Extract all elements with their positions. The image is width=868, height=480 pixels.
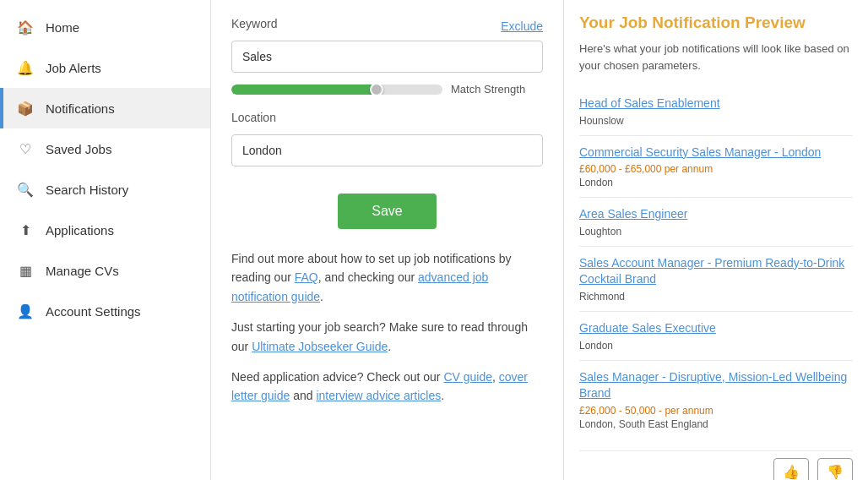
match-bar-fill — [231, 85, 383, 95]
job-location-0: Hounslow — [579, 115, 853, 127]
job-item-3: Sales Account Manager - Premium Ready-to… — [579, 247, 853, 312]
sidebar-item-saved-jobs[interactable]: ♡ Saved Jobs — [0, 128, 210, 169]
job-title-link-2[interactable]: Area Sales Engineer — [579, 206, 853, 223]
interview-articles-link[interactable]: interview advice articles — [316, 389, 441, 402]
sidebar-item-notifications[interactable]: 📦 Notifications — [0, 88, 210, 128]
job-location-3: Richmond — [579, 291, 853, 303]
sidebar-label-saved-jobs: Saved Jobs — [46, 142, 111, 156]
job-item-1: Commercial Security Sales Manager - Lond… — [579, 136, 853, 199]
notifications-icon: 📦 — [17, 100, 34, 117]
job-item-4: Graduate Sales ExecutiveLondon — [579, 312, 853, 361]
sidebar-label-manage-cvs: Manage CVs — [46, 264, 119, 278]
job-location-4: London — [579, 340, 853, 352]
sidebar: 🏠 Home 🔔 Job Alerts 📦 Notifications ♡ Sa… — [0, 0, 211, 480]
thumbs-down-button[interactable]: 👎 — [817, 458, 853, 480]
sidebar-label-account-settings: Account Settings — [46, 304, 141, 319]
job-location-1: London — [579, 177, 853, 188]
manage-cvs-icon: ▦ — [17, 262, 34, 279]
job-title-link-3[interactable]: Sales Account Manager - Premium Ready-to… — [579, 255, 853, 288]
right-panel: Your Job Notification Preview Here's wha… — [564, 0, 868, 480]
feedback-row: 👍 👎 — [579, 450, 853, 480]
job-item-0: Head of Sales EnablementHounslow — [579, 87, 853, 136]
location-input[interactable] — [231, 134, 543, 166]
sidebar-label-search-history: Search History — [46, 183, 128, 197]
preview-title: Your Job Notification Preview — [579, 14, 853, 32]
keyword-label: Keyword — [231, 17, 277, 30]
save-button[interactable]: Save — [338, 194, 436, 229]
sidebar-item-account-settings[interactable]: 👤 Account Settings — [0, 291, 210, 331]
job-location-5: London, South East England — [579, 418, 853, 430]
home-icon: 🏠 — [17, 19, 34, 35]
info-paragraph-1: Find out more about how to set up job no… — [231, 249, 543, 306]
match-strength-bar[interactable] — [231, 85, 442, 95]
advanced-guide-link[interactable]: advanced job notification guide — [231, 270, 488, 303]
sidebar-item-job-alerts[interactable]: 🔔 Job Alerts — [0, 47, 210, 88]
sidebar-item-home[interactable]: 🏠 Home — [0, 7, 210, 47]
thumbs-up-button[interactable]: 👍 — [773, 458, 809, 480]
job-salary-1: £60,000 - £65,000 per annum — [579, 163, 853, 175]
sidebar-label-notifications: Notifications — [46, 101, 115, 116]
info-paragraph-3: Need application advice? Check out our C… — [231, 368, 543, 406]
sidebar-item-manage-cvs[interactable]: ▦ Manage CVs — [0, 250, 210, 291]
exclude-link[interactable]: Exclude — [501, 19, 543, 33]
job-location-2: Loughton — [579, 226, 853, 237]
cv-guide-link[interactable]: CV guide — [443, 370, 492, 384]
jobseeker-guide-link[interactable]: Ultimate Jobseeker Guide — [252, 340, 388, 353]
job-title-link-4[interactable]: Graduate Sales Executive — [579, 320, 853, 337]
saved-jobs-icon: ♡ — [17, 140, 34, 157]
match-strength-label: Match Strength — [451, 83, 525, 95]
info-paragraph-2: Just starting your job search? Make sure… — [231, 318, 543, 356]
main-content: Keyword Exclude Match Strength Location … — [211, 0, 564, 480]
job-title-link-1[interactable]: Commercial Security Sales Manager - Lond… — [579, 145, 853, 161]
sidebar-label-applications: Applications — [46, 223, 114, 237]
preview-description: Here's what your job notifications will … — [579, 41, 853, 74]
jobs-list: Head of Sales EnablementHounslowCommerci… — [579, 87, 853, 439]
job-alerts-icon: 🔔 — [17, 59, 34, 76]
faq-link[interactable]: FAQ — [295, 270, 318, 284]
job-item-2: Area Sales EngineerLoughton — [579, 198, 853, 247]
location-label: Location — [231, 111, 276, 124]
search-history-icon: 🔍 — [17, 181, 34, 198]
job-title-link-0[interactable]: Head of Sales Enablement — [579, 95, 853, 112]
match-bar-handle — [370, 85, 383, 95]
sidebar-label-home: Home — [46, 20, 79, 35]
sidebar-item-applications[interactable]: ⬆ Applications — [0, 210, 210, 250]
job-title-link-5[interactable]: Sales Manager - Disruptive, Mission-Led … — [579, 369, 853, 402]
applications-icon: ⬆ — [17, 221, 34, 238]
keyword-input[interactable] — [231, 41, 543, 73]
account-settings-icon: 👤 — [17, 303, 34, 319]
sidebar-item-search-history[interactable]: 🔍 Search History — [0, 169, 210, 210]
job-salary-5: £26,000 - 50,000 - per annum — [579, 405, 853, 417]
sidebar-label-job-alerts: Job Alerts — [46, 61, 101, 75]
job-item-5: Sales Manager - Disruptive, Mission-Led … — [579, 361, 853, 439]
